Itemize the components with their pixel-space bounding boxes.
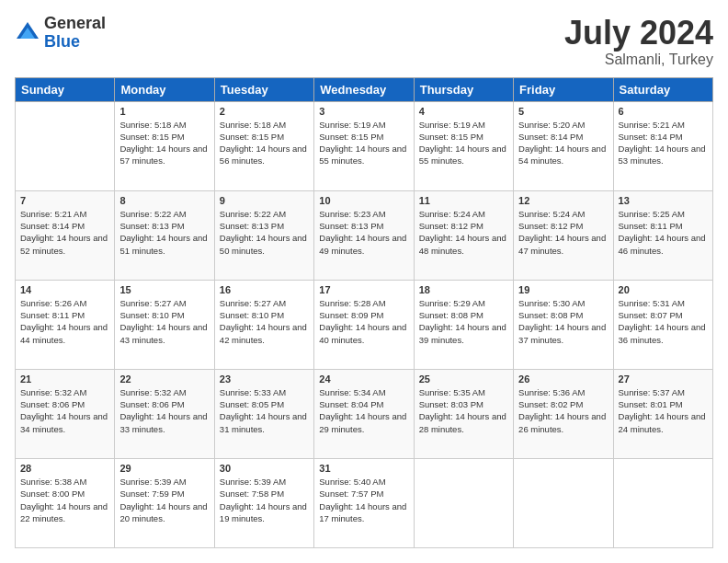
- day-info: Sunrise: 5:27 AMSunset: 8:10 PMDaylight:…: [220, 297, 309, 346]
- day-info: Sunrise: 5:24 AMSunset: 8:12 PMDaylight:…: [419, 208, 508, 257]
- header-cell-saturday: Saturday: [613, 77, 712, 101]
- day-number: 28: [20, 463, 109, 474]
- day-cell: 28Sunrise: 5:38 AMSunset: 8:00 PMDayligh…: [16, 458, 115, 547]
- day-cell: 4Sunrise: 5:19 AMSunset: 8:15 PMDaylight…: [414, 101, 513, 190]
- day-info: Sunrise: 5:29 AMSunset: 8:08 PMDaylight:…: [419, 297, 508, 346]
- day-cell: 5Sunrise: 5:20 AMSunset: 8:14 PMDaylight…: [514, 101, 613, 190]
- day-info: Sunrise: 5:18 AMSunset: 8:15 PMDaylight:…: [119, 119, 209, 167]
- day-cell: 1Sunrise: 5:18 AMSunset: 8:15 PMDaylight…: [115, 101, 214, 190]
- day-number: 6: [619, 106, 708, 117]
- day-cell: 22Sunrise: 5:32 AMSunset: 8:06 PMDayligh…: [115, 369, 214, 458]
- logo-blue: Blue: [44, 33, 106, 52]
- day-info: Sunrise: 5:26 AMSunset: 8:11 PMDaylight:…: [20, 297, 109, 346]
- logo-icon: [15, 20, 40, 46]
- main-title: July 2024: [564, 15, 713, 52]
- day-cell: 23Sunrise: 5:33 AMSunset: 8:05 PMDayligh…: [214, 369, 313, 458]
- day-cell: 24Sunrise: 5:34 AMSunset: 8:04 PMDayligh…: [314, 369, 414, 458]
- day-number: 2: [220, 106, 309, 117]
- day-info: Sunrise: 5:40 AMSunset: 7:57 PMDaylight:…: [319, 476, 408, 524]
- day-number: 30: [220, 463, 309, 474]
- day-cell: 7Sunrise: 5:21 AMSunset: 8:14 PMDaylight…: [16, 190, 115, 280]
- day-cell: 18Sunrise: 5:29 AMSunset: 8:08 PMDayligh…: [414, 280, 513, 369]
- day-cell: 15Sunrise: 5:27 AMSunset: 8:10 PMDayligh…: [115, 280, 214, 369]
- day-cell: 25Sunrise: 5:35 AMSunset: 8:03 PMDayligh…: [414, 369, 513, 458]
- title-area: July 2024 Salmanli, Turkey: [564, 15, 713, 68]
- day-cell: 11Sunrise: 5:24 AMSunset: 8:12 PMDayligh…: [414, 190, 513, 280]
- day-info: Sunrise: 5:19 AMSunset: 8:15 PMDaylight:…: [419, 119, 508, 167]
- day-info: Sunrise: 5:33 AMSunset: 8:05 PMDaylight:…: [220, 386, 309, 435]
- header-cell-wednesday: Wednesday: [314, 77, 414, 101]
- day-info: Sunrise: 5:24 AMSunset: 8:12 PMDaylight:…: [518, 208, 608, 257]
- day-info: Sunrise: 5:18 AMSunset: 8:15 PMDaylight:…: [220, 119, 309, 167]
- day-cell: 3Sunrise: 5:19 AMSunset: 8:15 PMDaylight…: [314, 101, 414, 190]
- day-number: 19: [518, 284, 608, 295]
- logo-general: General: [44, 15, 106, 33]
- day-cell: 12Sunrise: 5:24 AMSunset: 8:12 PMDayligh…: [514, 190, 613, 280]
- logo: General Blue: [15, 15, 106, 52]
- day-number: 13: [619, 195, 708, 206]
- day-number: 15: [119, 284, 209, 295]
- header: General Blue July 2024 Salmanli, Turkey: [15, 15, 713, 68]
- day-number: 24: [319, 373, 408, 385]
- week-row-3: 21Sunrise: 5:32 AMSunset: 8:06 PMDayligh…: [16, 369, 713, 458]
- day-info: Sunrise: 5:39 AMSunset: 7:59 PMDaylight:…: [119, 476, 209, 524]
- day-number: 17: [319, 284, 408, 295]
- day-info: Sunrise: 5:30 AMSunset: 8:08 PMDaylight:…: [518, 297, 608, 346]
- day-info: Sunrise: 5:22 AMSunset: 8:13 PMDaylight:…: [220, 208, 309, 257]
- subtitle: Salmanli, Turkey: [564, 52, 713, 68]
- day-info: Sunrise: 5:28 AMSunset: 8:09 PMDaylight:…: [319, 297, 408, 346]
- day-info: Sunrise: 5:32 AMSunset: 8:06 PMDaylight:…: [20, 386, 109, 435]
- week-row-0: 1Sunrise: 5:18 AMSunset: 8:15 PMDaylight…: [16, 101, 713, 190]
- day-info: Sunrise: 5:21 AMSunset: 8:14 PMDaylight:…: [20, 208, 109, 257]
- day-info: Sunrise: 5:38 AMSunset: 8:00 PMDaylight:…: [20, 476, 109, 524]
- day-info: Sunrise: 5:27 AMSunset: 8:10 PMDaylight:…: [119, 297, 209, 346]
- day-number: 20: [619, 284, 708, 295]
- day-cell: 17Sunrise: 5:28 AMSunset: 8:09 PMDayligh…: [314, 280, 414, 369]
- day-number: 8: [119, 195, 209, 206]
- header-cell-sunday: Sunday: [16, 77, 115, 101]
- day-cell: 27Sunrise: 5:37 AMSunset: 8:01 PMDayligh…: [613, 369, 712, 458]
- day-info: Sunrise: 5:31 AMSunset: 8:07 PMDaylight:…: [619, 297, 708, 346]
- day-info: Sunrise: 5:32 AMSunset: 8:06 PMDaylight:…: [119, 386, 209, 435]
- day-cell: 9Sunrise: 5:22 AMSunset: 8:13 PMDaylight…: [214, 190, 313, 280]
- day-info: Sunrise: 5:21 AMSunset: 8:14 PMDaylight:…: [619, 119, 708, 167]
- day-cell: [514, 458, 613, 547]
- day-number: 14: [20, 284, 109, 295]
- calendar-table: SundayMondayTuesdayWednesdayThursdayFrid…: [15, 77, 713, 548]
- day-number: 22: [119, 373, 209, 385]
- day-cell: [613, 458, 712, 547]
- day-cell: [16, 101, 115, 190]
- day-info: Sunrise: 5:20 AMSunset: 8:14 PMDaylight:…: [518, 119, 608, 167]
- header-row: SundayMondayTuesdayWednesdayThursdayFrid…: [16, 77, 713, 101]
- day-cell: 31Sunrise: 5:40 AMSunset: 7:57 PMDayligh…: [314, 458, 414, 547]
- day-info: Sunrise: 5:34 AMSunset: 8:04 PMDaylight:…: [319, 386, 408, 435]
- logo-text: General Blue: [44, 15, 106, 52]
- day-cell: 26Sunrise: 5:36 AMSunset: 8:02 PMDayligh…: [514, 369, 613, 458]
- day-cell: 20Sunrise: 5:31 AMSunset: 8:07 PMDayligh…: [613, 280, 712, 369]
- day-info: Sunrise: 5:25 AMSunset: 8:11 PMDaylight:…: [619, 208, 708, 257]
- day-number: 25: [419, 373, 508, 385]
- day-cell: 13Sunrise: 5:25 AMSunset: 8:11 PMDayligh…: [613, 190, 712, 280]
- day-number: 10: [319, 195, 408, 206]
- day-number: 16: [220, 284, 309, 295]
- day-number: 3: [319, 106, 408, 117]
- day-info: Sunrise: 5:39 AMSunset: 7:58 PMDaylight:…: [220, 476, 309, 524]
- day-info: Sunrise: 5:19 AMSunset: 8:15 PMDaylight:…: [319, 119, 408, 167]
- header-cell-thursday: Thursday: [414, 77, 513, 101]
- day-number: 1: [119, 106, 209, 117]
- header-cell-friday: Friday: [514, 77, 613, 101]
- day-number: 31: [319, 463, 408, 474]
- day-number: 9: [220, 195, 309, 206]
- header-cell-monday: Monday: [115, 77, 214, 101]
- day-number: 18: [419, 284, 508, 295]
- week-row-1: 7Sunrise: 5:21 AMSunset: 8:14 PMDaylight…: [16, 190, 713, 280]
- day-info: Sunrise: 5:22 AMSunset: 8:13 PMDaylight:…: [119, 208, 209, 257]
- day-cell: 8Sunrise: 5:22 AMSunset: 8:13 PMDaylight…: [115, 190, 214, 280]
- week-row-4: 28Sunrise: 5:38 AMSunset: 8:00 PMDayligh…: [16, 458, 713, 547]
- day-cell: 10Sunrise: 5:23 AMSunset: 8:13 PMDayligh…: [314, 190, 414, 280]
- day-cell: 14Sunrise: 5:26 AMSunset: 8:11 PMDayligh…: [16, 280, 115, 369]
- day-number: 27: [619, 373, 708, 385]
- day-number: 5: [518, 106, 608, 117]
- day-number: 21: [20, 373, 109, 385]
- day-cell: 21Sunrise: 5:32 AMSunset: 8:06 PMDayligh…: [16, 369, 115, 458]
